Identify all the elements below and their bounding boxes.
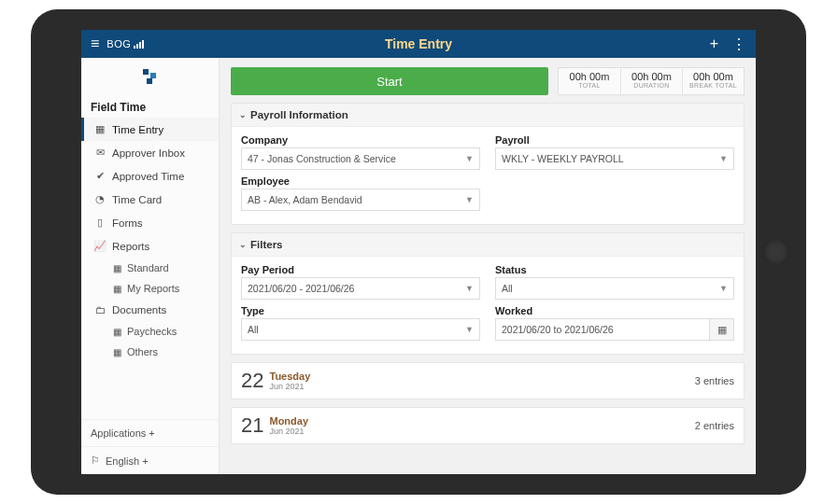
filters-panel-header[interactable]: ⌄ Filters	[232, 233, 744, 257]
entries-count: 3 entries	[695, 375, 734, 386]
grid-icon: ▦	[113, 327, 121, 337]
panel-title: Filters	[250, 239, 283, 250]
input-value: 2021/06/20 to 2021/06/26	[502, 324, 614, 335]
calendar-icon: ▦	[94, 123, 106, 135]
sidebar-item-reports[interactable]: 📈 Reports	[81, 234, 219, 258]
payroll-label: Payroll	[495, 134, 734, 146]
sidebar-item-forms[interactable]: ▯ Forms	[81, 211, 219, 234]
svg-rect-0	[134, 46, 135, 49]
sidebar-item-approver-inbox[interactable]: ✉ Approver Inbox	[81, 141, 219, 164]
sidebar-item-label: Documents	[112, 304, 166, 315]
stat-value: 00h 00m	[562, 71, 617, 82]
tablet-frame: ≡ BOG Time Entry + ⋮ Field Time ▦ Time E…	[31, 9, 806, 495]
sidebar-item-label: Others	[127, 346, 158, 357]
top-bar: ≡ BOG Time Entry + ⋮	[81, 30, 756, 58]
hamburger-icon[interactable]: ≡	[91, 36, 99, 51]
applications-label: Applications +	[91, 427, 155, 439]
calendar-picker-icon[interactable]: ▦	[710, 318, 734, 341]
main-content: Start 00h 00m TOTAL 00h 00m DURATION 00h…	[220, 58, 756, 474]
grid-icon: ▦	[113, 284, 121, 294]
day-month: Jun 2021	[269, 427, 308, 436]
select-value: All	[502, 283, 513, 294]
pay-period-select[interactable]: 2021/06/20 - 2021/06/26 ▼	[241, 277, 480, 300]
worked-label: Worked	[495, 305, 734, 316]
caret-down-icon: ▼	[465, 284, 474, 293]
stat-label: DURATION	[625, 82, 678, 89]
language-label: English +	[106, 455, 149, 467]
check-icon: ✔	[94, 170, 106, 182]
sidebar-item-label: Standard	[127, 262, 169, 273]
status-select[interactable]: All ▼	[495, 277, 734, 300]
screen: ≡ BOG Time Entry + ⋮ Field Time ▦ Time E…	[81, 30, 756, 474]
payroll-panel-header[interactable]: ⌄ Payroll Information	[232, 104, 744, 127]
grid-icon: ▦	[113, 263, 121, 273]
filters-panel: ⌄ Filters Pay Period 2021/06/20 - 2021/0…	[231, 232, 745, 355]
sidebar-item-label: Approver Inbox	[112, 147, 185, 159]
body: Field Time ▦ Time Entry ✉ Approver Inbox…	[81, 58, 756, 474]
worked-input[interactable]: 2021/06/20 to 2021/06/26	[495, 318, 710, 341]
employee-select[interactable]: AB - Alex, Adam Bendavid ▼	[241, 189, 480, 211]
select-value: 47 - Jonas Construction & Service	[248, 153, 396, 164]
folder-icon: 🗀	[94, 304, 106, 315]
grid-icon: ▦	[113, 347, 121, 357]
language-toggle[interactable]: ⚐ English +	[81, 446, 219, 474]
sidebar-item-label: Paychecks	[127, 326, 177, 337]
select-value: All	[248, 324, 259, 335]
caret-down-icon: ▼	[719, 154, 728, 163]
chevron-down-icon: ⌄	[239, 240, 247, 249]
svg-rect-3	[142, 40, 144, 49]
page-title: Time Entry	[385, 36, 452, 51]
sidebar-item-time-entry[interactable]: ▦ Time Entry	[81, 118, 219, 141]
sidebar-item-documents[interactable]: 🗀 Documents	[81, 299, 219, 321]
svg-rect-5	[150, 73, 156, 78]
day-name: Monday	[269, 415, 308, 427]
select-value: AB - Alex, Adam Bendavid	[248, 194, 362, 205]
sidebar-sub-paychecks[interactable]: ▦ Paychecks	[81, 321, 219, 342]
sidebar: Field Time ▦ Time Entry ✉ Approver Inbox…	[81, 58, 220, 474]
start-button[interactable]: Start	[231, 67, 548, 95]
stat-label: TOTAL	[562, 82, 617, 89]
svg-rect-4	[143, 69, 149, 75]
sidebar-sub-my-reports[interactable]: ▦ My Reports	[81, 278, 219, 299]
select-value: 2021/06/20 - 2021/06/26	[248, 283, 354, 294]
pay-period-label: Pay Period	[241, 264, 480, 275]
stat-value: 00h 00m	[687, 71, 740, 82]
day-month: Jun 2021	[269, 382, 310, 391]
day-row[interactable]: 21 Monday Jun 2021 2 entries	[231, 407, 745, 444]
stat-value: 00h 00m	[625, 71, 678, 82]
signal-icon	[134, 39, 145, 49]
panel-title: Payroll Information	[250, 109, 348, 120]
chevron-down-icon: ⌄	[239, 110, 247, 119]
sidebar-item-time-card[interactable]: ◔ Time Card	[81, 188, 219, 211]
day-number: 22	[241, 369, 263, 393]
entries-count: 2 entries	[695, 420, 734, 431]
sidebar-item-label: Time Entry	[112, 124, 163, 135]
company-select[interactable]: 47 - Jonas Construction & Service ▼	[241, 147, 480, 170]
sidebar-item-label: Time Card	[112, 194, 162, 205]
applications-toggle[interactable]: Applications +	[81, 419, 219, 446]
globe-icon: ⚐	[91, 455, 100, 467]
employee-label: Employee	[241, 175, 480, 187]
sidebar-sub-standard[interactable]: ▦ Standard	[81, 258, 219, 278]
caret-down-icon: ▼	[465, 154, 474, 163]
chart-icon: 📈	[94, 240, 106, 252]
type-select[interactable]: All ▼	[241, 318, 480, 341]
select-value: WKLY - WEEKLY PAYROLL	[502, 153, 624, 164]
sidebar-item-label: Approved Time	[112, 171, 184, 182]
stat-total: 00h 00m TOTAL	[559, 68, 620, 94]
sidebar-item-approved-time[interactable]: ✔ Approved Time	[81, 164, 219, 188]
sidebar-item-label: My Reports	[127, 283, 179, 294]
app-logo	[81, 58, 219, 95]
svg-rect-6	[147, 78, 152, 84]
clock-icon: ◔	[94, 193, 106, 205]
payroll-select[interactable]: WKLY - WEEKLY PAYROLL ▼	[495, 147, 734, 170]
svg-rect-1	[136, 44, 138, 49]
sidebar-section-label: Field Time	[81, 95, 219, 118]
company-label: Company	[241, 134, 480, 146]
sidebar-item-label: Forms	[112, 217, 143, 229]
day-row[interactable]: 22 Tuesday Jun 2021 3 entries	[231, 362, 745, 399]
inbox-icon: ✉	[94, 147, 106, 159]
sidebar-sub-others[interactable]: ▦ Others	[81, 342, 219, 362]
kebab-icon[interactable]: ⋮	[731, 35, 746, 53]
add-icon[interactable]: +	[710, 35, 718, 53]
